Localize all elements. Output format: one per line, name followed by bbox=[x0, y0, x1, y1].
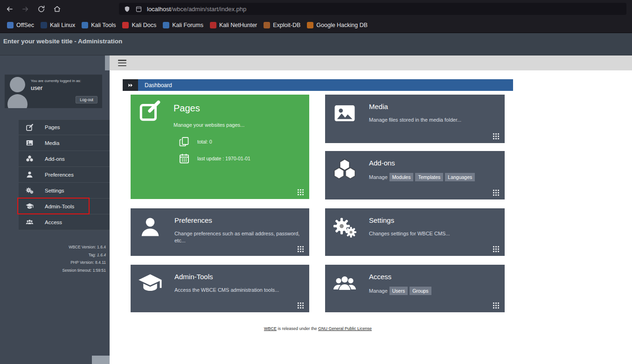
pages-last-update: last update : 1970-01-01 bbox=[197, 156, 250, 161]
shield-icon[interactable] bbox=[124, 6, 131, 13]
card-description: ManageModulesTemplatesLanguages bbox=[369, 173, 497, 181]
bookmark-kali-nethunter[interactable]: Kali NetHunter bbox=[207, 20, 260, 31]
sidebar-item-label: Admin-Tools bbox=[45, 204, 74, 209]
kali-tools-favicon bbox=[82, 22, 88, 28]
hamburger-menu-icon[interactable] bbox=[118, 60, 126, 66]
dashboard-card-preferences[interactable]: Preferences Change preferences such as e… bbox=[131, 208, 309, 256]
card-description: Changes settings for WBCE CMS... bbox=[369, 230, 497, 237]
bookmark-label: Kali Tools bbox=[91, 22, 116, 28]
groups-badge[interactable]: Groups bbox=[410, 287, 431, 295]
avatar bbox=[7, 76, 30, 108]
card-description: Change preferences such as email address… bbox=[174, 230, 302, 244]
sidebar-item-preferences[interactable]: Preferences bbox=[19, 167, 110, 183]
card-description: Access the WBCE CMS administration tools… bbox=[174, 287, 302, 294]
graduation-cap-icon bbox=[26, 202, 34, 210]
grid-handle-icon[interactable] bbox=[493, 302, 499, 309]
desc-prefix: Manage bbox=[369, 174, 388, 180]
main-content: Dashboard Pages Manage your websites pag… bbox=[110, 55, 632, 364]
gears-icon bbox=[26, 186, 34, 194]
user-icon bbox=[138, 215, 162, 239]
wbce-link[interactable]: WBCE bbox=[264, 326, 277, 331]
templates-badge[interactable]: Templates bbox=[415, 173, 443, 181]
calendar-icon bbox=[179, 153, 190, 164]
card-title: Preferences bbox=[174, 216, 302, 224]
sidebar-item-label: Media bbox=[45, 140, 59, 146]
sidebar-item-label: Preferences bbox=[45, 172, 74, 178]
grid-handle-icon[interactable] bbox=[298, 246, 304, 252]
card-title: Pages bbox=[174, 103, 200, 114]
back-button[interactable] bbox=[3, 2, 16, 15]
card-description: ManageUsersGroups bbox=[369, 287, 497, 295]
logout-button[interactable]: Log-out bbox=[76, 96, 97, 103]
session-timeout: Session timeout: 1:59:51 bbox=[62, 267, 106, 275]
reload-button[interactable] bbox=[35, 2, 48, 15]
url-bar[interactable]: localhost/wbce/admin/start/index.php bbox=[119, 3, 626, 15]
sidebar-menu: Pages Media Add-ons Preferences Settings bbox=[19, 119, 110, 230]
dashboard-card-addons[interactable]: Add-ons ManageModulesTemplatesLanguages bbox=[325, 151, 505, 199]
cubes-icon bbox=[26, 155, 34, 163]
grid-handle-icon[interactable] bbox=[298, 189, 304, 195]
bookmark-label: Kali NetHunter bbox=[219, 22, 257, 28]
bookmark-offsec[interactable]: OffSec bbox=[4, 20, 37, 31]
bookmark-label: Kali Forums bbox=[172, 22, 203, 28]
sidebar-item-media[interactable]: Media bbox=[19, 135, 110, 151]
bookmark-label: Exploit-DB bbox=[273, 22, 300, 28]
sidebar-item-access[interactable]: Access bbox=[19, 214, 110, 230]
sidebar-item-pages[interactable]: Pages bbox=[19, 119, 110, 135]
bookmark-kali-forums[interactable]: Kali Forums bbox=[160, 20, 207, 31]
url-path: /wbce/admin/start/index.php bbox=[171, 6, 246, 13]
grid-handle-icon[interactable] bbox=[493, 246, 499, 252]
image-icon bbox=[333, 101, 357, 125]
breadcrumb-bar: Dashboard bbox=[138, 79, 513, 91]
forward-button[interactable] bbox=[19, 2, 32, 15]
dashboard-card-pages[interactable]: Pages Manage your websites pages... tota… bbox=[131, 95, 309, 199]
url-host: localhost bbox=[147, 6, 171, 13]
fast-forward-icon[interactable] bbox=[123, 79, 138, 91]
home-icon bbox=[53, 5, 61, 13]
breadcrumb-current[interactable]: Dashboard bbox=[145, 82, 172, 89]
tag-version: Tag: 1.6.4 bbox=[62, 251, 106, 259]
pages-total-row: total: 0 bbox=[179, 136, 250, 148]
sidebar-item-admin-tools[interactable]: Admin-Tools bbox=[19, 199, 110, 214]
grid-handle-icon[interactable] bbox=[298, 302, 304, 309]
home-button[interactable] bbox=[50, 2, 63, 15]
dashboard-card-settings[interactable]: Settings Changes settings for WBCE CMS..… bbox=[325, 208, 505, 256]
sidebar-item-settings[interactable]: Settings bbox=[19, 183, 110, 199]
pages-stats: total: 0 last update : 1970-01-01 bbox=[179, 131, 250, 165]
dashboard-card-media[interactable]: Media Manage files stored in the media f… bbox=[325, 95, 505, 143]
pages-last-update-row: last update : 1970-01-01 bbox=[179, 152, 250, 165]
desc-prefix: Manage bbox=[369, 288, 388, 294]
gpl-link[interactable]: GNU General Public License bbox=[318, 326, 372, 331]
license-footer: WBCE is released under the GNU General P… bbox=[123, 326, 513, 331]
bookmark-exploit-db[interactable]: Exploit-DB bbox=[260, 20, 304, 31]
license-text: is released under the bbox=[277, 326, 318, 331]
bookmark-kali-docs[interactable]: Kali Docs bbox=[119, 20, 160, 31]
browser-toolbar: localhost/wbce/admin/start/index.php bbox=[0, 0, 632, 18]
card-description: Manage your websites pages... bbox=[174, 122, 244, 128]
grid-handle-icon[interactable] bbox=[493, 133, 499, 139]
dashboard-card-access[interactable]: Access ManageUsersGroups bbox=[325, 265, 505, 312]
users-icon bbox=[333, 271, 357, 295]
bookmark-kali-linux[interactable]: Kali Linux bbox=[37, 20, 78, 31]
bookmark-kali-tools[interactable]: Kali Tools bbox=[78, 20, 119, 31]
sidebar-item-addons[interactable]: Add-ons bbox=[19, 151, 110, 167]
dashboard-card-admin-tools[interactable]: Admin-Tools Access the WBCE CMS administ… bbox=[131, 265, 309, 312]
bookmark-google-hacking-db[interactable]: Google Hacking DB bbox=[304, 20, 371, 31]
login-note: You are currently logged in as: bbox=[31, 79, 81, 83]
users-badge[interactable]: Users bbox=[389, 287, 408, 295]
topbar bbox=[110, 55, 632, 70]
grid-handle-icon[interactable] bbox=[493, 190, 499, 196]
edit-icon bbox=[138, 99, 161, 123]
bookmark-label: Kali Docs bbox=[132, 22, 156, 28]
languages-badge[interactable]: Languages bbox=[445, 173, 475, 181]
bookmark-label: Google Hacking DB bbox=[316, 22, 368, 28]
sidebar-horizontal-scrollbar[interactable] bbox=[92, 356, 110, 364]
modules-badge[interactable]: Modules bbox=[389, 173, 414, 181]
wbce-version: WBCE Version: 1.6.4 bbox=[62, 243, 106, 251]
sidebar-item-label: Pages bbox=[45, 124, 60, 130]
sidebar-vertical-scrollbar[interactable] bbox=[105, 55, 110, 70]
cubes-icon bbox=[333, 158, 357, 182]
card-title: Add-ons bbox=[369, 159, 497, 167]
card-title: Access bbox=[369, 273, 497, 281]
kali-forums-favicon bbox=[163, 22, 169, 28]
